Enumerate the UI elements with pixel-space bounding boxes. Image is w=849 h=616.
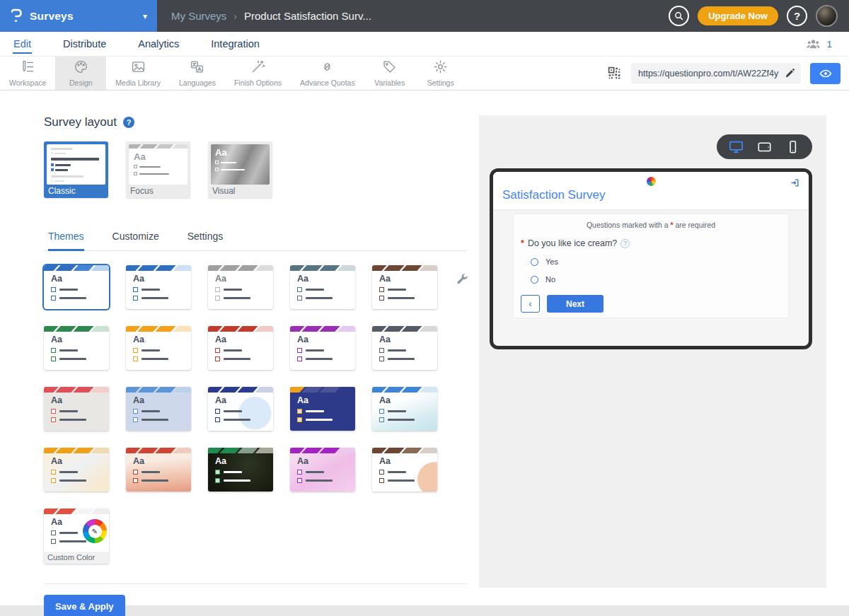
- answer-option-yes[interactable]: Yes: [531, 257, 782, 266]
- toolbar-advance-quotas[interactable]: Advance Quotas: [291, 57, 364, 90]
- mobile-preview-icon[interactable]: [785, 140, 800, 153]
- theme-demo-row: [297, 296, 355, 301]
- exit-survey-icon[interactable]: [790, 178, 799, 187]
- qr-code-icon: [607, 66, 622, 81]
- theme-sample-text: Aa: [379, 396, 437, 406]
- desktop-preview-icon[interactable]: [729, 140, 744, 153]
- theme-checkbox: [51, 470, 56, 475]
- theme-stripes: [372, 326, 437, 332]
- nav-tab-distribute[interactable]: Distribute: [62, 34, 107, 54]
- theme-demo-row: [379, 409, 437, 414]
- theme-card-red[interactable]: Aa: [208, 326, 273, 370]
- theme-card-gray[interactable]: Aa: [208, 265, 273, 309]
- toolbar-workspace[interactable]: Workspace: [0, 57, 55, 90]
- save-apply-button[interactable]: Save & Apply: [44, 595, 125, 616]
- theme-card-azure[interactable]: Aa: [126, 265, 191, 309]
- question-help-icon[interactable]: ?: [620, 239, 630, 248]
- survey-url-field[interactable]: https://questionpro.com/t/AW22Zf4y: [631, 63, 801, 84]
- nav-tab-integration[interactable]: Integration: [210, 34, 260, 54]
- theme-demo-line: [224, 471, 242, 473]
- theme-demo-row: [297, 417, 355, 422]
- theme-stripes: [44, 326, 109, 332]
- tab-settings[interactable]: Settings: [187, 231, 224, 250]
- theme-card-blush[interactable]: Aa: [372, 448, 437, 492]
- radio-yes-label: Yes: [545, 257, 558, 266]
- theme-card-custom-color[interactable]: Aa✎Custom Color: [44, 509, 109, 564]
- theme-card-purple[interactable]: Aa: [290, 326, 355, 370]
- radio-yes[interactable]: [531, 258, 538, 266]
- theme-sample-text: Aa: [297, 335, 355, 345]
- theme-card-orange[interactable]: Aa: [126, 326, 191, 370]
- theme-card-cream[interactable]: Aa: [44, 448, 109, 492]
- help-button[interactable]: ?: [787, 6, 807, 26]
- layout-label-focus: Focus: [129, 185, 187, 196]
- toolbar-settings[interactable]: Settings: [415, 57, 466, 90]
- edit-url-icon[interactable]: [785, 68, 795, 79]
- toolbar-variables[interactable]: Variables: [364, 57, 415, 90]
- theme-demo-line: [142, 297, 168, 299]
- theme-demo-line: [142, 349, 160, 351]
- theme-stripes: [44, 387, 109, 393]
- collaborators[interactable]: 1: [806, 37, 832, 50]
- toolbar-finish-options[interactable]: Finish Options: [225, 57, 291, 90]
- toolbar-label: Languages: [179, 79, 216, 87]
- survey-layout-help-icon[interactable]: ?: [123, 117, 134, 128]
- stripe-segment: [173, 326, 191, 332]
- survey-next-button[interactable]: Next: [547, 295, 603, 313]
- toolbar-languages[interactable]: Languages: [170, 57, 225, 90]
- nav-tab-analytics[interactable]: Analytics: [137, 34, 180, 54]
- toolbar-design[interactable]: Design: [55, 57, 106, 90]
- layout-option-visual[interactable]: Aa Visual: [208, 141, 272, 198]
- variables-icon: [382, 59, 397, 77]
- theme-card-sky[interactable]: Aa: [372, 387, 437, 431]
- finish-options-icon: [250, 59, 265, 77]
- theme-stripes: [44, 265, 109, 271]
- tab-customize[interactable]: Customize: [112, 231, 159, 250]
- theme-card-powder-blue[interactable]: Aa: [126, 387, 191, 431]
- upgrade-now-button[interactable]: Upgrade Now: [698, 6, 778, 25]
- theme-demo-line: [388, 349, 406, 351]
- theme-checkbox: [297, 478, 302, 483]
- stripe-segment: [91, 509, 109, 514]
- toolbar-media-library[interactable]: Media Library: [106, 57, 170, 90]
- theme-card-charcoal[interactable]: Aa: [372, 326, 437, 370]
- theme-stripes: [372, 265, 437, 271]
- avatar[interactable]: [816, 5, 838, 27]
- theme-demo-row: [51, 470, 109, 475]
- theme-card-forest-dark[interactable]: Aa: [208, 448, 273, 492]
- layout-option-classic[interactable]: Classic: [44, 141, 108, 198]
- theme-card-blue[interactable]: Aa: [44, 265, 109, 309]
- nav-tab-edit[interactable]: Edit: [13, 34, 32, 54]
- theme-card-peach[interactable]: Aa: [126, 448, 191, 492]
- theme-card-green[interactable]: Aa: [44, 326, 109, 370]
- breadcrumb-my-surveys[interactable]: My Surveys: [171, 10, 226, 22]
- theme-card-slate[interactable]: Aa: [290, 265, 355, 309]
- survey-nav-buttons: ‹ Next: [521, 295, 782, 313]
- theme-card-crimson-beige[interactable]: Aa: [44, 387, 109, 431]
- answer-option-no[interactable]: No: [531, 275, 782, 284]
- theme-demo-line: [388, 358, 415, 360]
- theme-checkbox: [297, 296, 302, 301]
- custom-color-wheel-icon[interactable]: ✎: [83, 519, 107, 543]
- qr-code-button[interactable]: [607, 66, 622, 81]
- theme-card-brown[interactable]: Aa: [372, 265, 437, 309]
- theme-sample-text: Aa: [379, 457, 437, 467]
- survey-back-button[interactable]: ‹: [521, 295, 540, 313]
- search-button[interactable]: [669, 6, 689, 26]
- preview-button[interactable]: [810, 63, 841, 84]
- layout-thumb-focus: Aa: [129, 144, 187, 185]
- wrench-icon[interactable]: [455, 272, 469, 286]
- theme-demo-line: [306, 419, 333, 421]
- theme-card-navy-bold[interactable]: Aa: [290, 387, 355, 431]
- radio-no[interactable]: [531, 276, 538, 284]
- toolbar-items: WorkspaceDesignMedia LibraryLanguagesFin…: [0, 57, 466, 90]
- layout-option-focus[interactable]: Aa Focus: [126, 141, 190, 198]
- tablet-preview-icon[interactable]: [757, 140, 772, 153]
- page-title: Survey layout: [44, 115, 117, 129]
- theme-card-orchid[interactable]: Aa: [290, 448, 355, 492]
- theme-demo-line: [59, 540, 86, 542]
- theme-card-navy-cloud[interactable]: Aa: [208, 387, 273, 431]
- toolbar-label: Finish Options: [234, 79, 282, 87]
- tab-themes[interactable]: Themes: [48, 231, 84, 251]
- product-switcher[interactable]: Surveys ▾: [0, 0, 157, 32]
